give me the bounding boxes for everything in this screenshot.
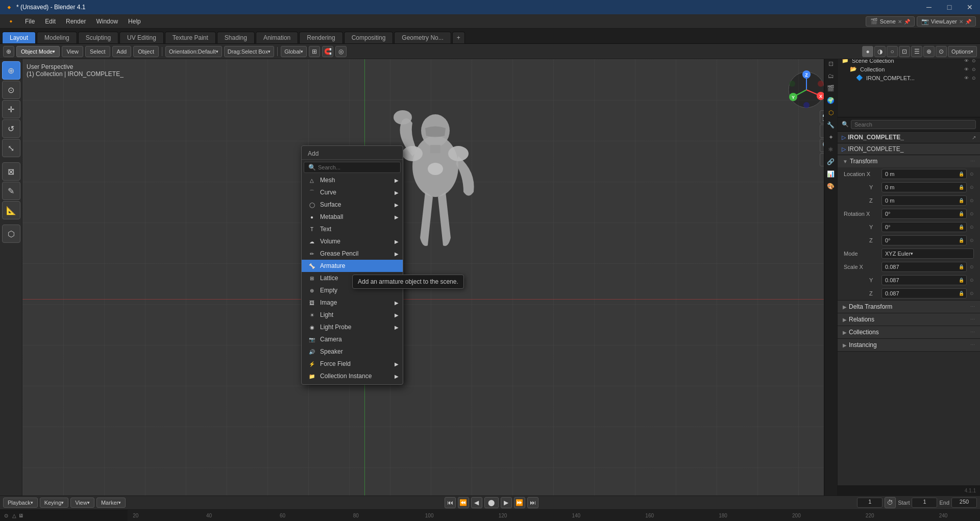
menu-item-text[interactable]: T Text <box>302 223 403 235</box>
toolbar-select-icon[interactable]: ⊕ <box>3 46 14 57</box>
scene-close[interactable]: ✕ <box>898 19 902 24</box>
menu-item-mesh[interactable]: △ Mesh ▶ <box>302 174 403 186</box>
menu-item-force-field[interactable]: ⚡ Force Field ▶ <box>302 358 403 370</box>
close-button[interactable]: ✕ <box>960 0 980 14</box>
location-z-anim[interactable]: ⊙ <box>970 198 974 203</box>
object-name-label[interactable]: IRON_COMPLETE_ <box>848 134 970 141</box>
mode-dropdown[interactable]: XYZ Euler <box>881 249 974 259</box>
pi-world[interactable]: 🌍 <box>825 95 837 106</box>
delta-transform-header[interactable]: ▶ Delta Transform ⋯ <box>838 301 980 313</box>
current-frame-field[interactable]: 1 <box>857 498 883 508</box>
xray-toggle[interactable]: ☰ <box>911 46 922 57</box>
tool-measure[interactable]: 📐 <box>2 201 20 219</box>
tab-sculpting[interactable]: Sculpting <box>78 32 118 43</box>
menu-item-collection-instance[interactable]: 📁 Collection Instance ▶ <box>302 370 403 382</box>
add-menu[interactable]: Add <box>112 46 132 57</box>
transform-header[interactable]: ▼ Transform ⋯ <box>838 155 980 167</box>
location-y-anim[interactable]: ⊙ <box>970 185 974 190</box>
pi-scene[interactable]: 🎬 <box>825 83 837 94</box>
instancing-header[interactable]: ▶ Instancing ⋯ <box>838 339 980 351</box>
proportional-icon[interactable]: ◎ <box>335 46 347 57</box>
collection-vis[interactable]: 👁 <box>964 67 969 72</box>
menu-item-image[interactable]: 🖼 Image ▶ <box>302 296 403 309</box>
location-z-lock[interactable]: 🔒 <box>959 198 964 203</box>
object-data-label[interactable]: IRON_COMPLETE_ <box>848 145 976 153</box>
overlay-toggle[interactable]: ⊡ <box>899 46 910 57</box>
menu-file[interactable]: File <box>20 16 40 27</box>
collections-options[interactable]: ⋯ <box>970 330 975 335</box>
play-reverse-btn[interactable]: ◀ <box>471 497 482 508</box>
navigation-gizmo[interactable]: Z X Y <box>786 69 827 110</box>
pi-data[interactable]: 📊 <box>825 168 837 180</box>
rotation-y-anim[interactable]: ⊙ <box>970 225 974 230</box>
tab-compositing[interactable]: Compositing <box>344 32 394 43</box>
tool-cursor[interactable]: ⊙ <box>2 81 20 99</box>
menu-item-metaball[interactable]: ● Metaball ▶ <box>302 211 403 223</box>
transform-icon[interactable]: ⊞ <box>309 46 320 57</box>
scale-z-lock[interactable]: 🔒 <box>959 291 964 296</box>
menu-item-light[interactable]: ☀ Light ▶ <box>302 309 403 321</box>
show-gizmo[interactable]: ⊙ <box>936 46 947 57</box>
pi-physics[interactable]: ⚛ <box>825 144 837 155</box>
scale-x-lock[interactable]: 🔒 <box>959 264 964 269</box>
timeline-ruler[interactable]: 1 1 20 40 60 80 100 120 140 160 180 200 … <box>0 510 980 521</box>
vl-pin[interactable]: 📌 <box>965 19 971 24</box>
scale-y-lock[interactable]: 🔒 <box>959 278 964 283</box>
location-x-field[interactable]: 0 m 🔒 <box>881 169 967 179</box>
relations-header[interactable]: ▶ Relations ⋯ <box>838 313 980 326</box>
obj-expand-icon[interactable]: ↗ <box>972 135 976 140</box>
prev-frame-btn[interactable]: ⏪ <box>458 497 469 508</box>
pi-object[interactable]: ⬡ <box>825 107 837 118</box>
pi-particles[interactable]: ✦ <box>825 132 837 143</box>
keying-dropdown[interactable]: Keying <box>40 498 69 508</box>
blender-icon-menu[interactable]: 🔸 <box>2 16 20 27</box>
marker-dropdown[interactable]: Marker <box>96 498 126 508</box>
rotation-x-lock[interactable]: 🔒 <box>959 211 964 216</box>
iron-sel[interactable]: ⊙ <box>972 76 976 81</box>
tool-rotate[interactable]: ↺ <box>2 119 20 138</box>
scale-x-anim[interactable]: ⊙ <box>970 264 974 269</box>
tool-move[interactable]: ✛ <box>2 100 20 118</box>
relations-options[interactable]: ⋯ <box>970 317 975 322</box>
timeline-view-dropdown[interactable]: View <box>70 498 94 508</box>
menu-search-container[interactable]: 🔍 <box>304 162 401 173</box>
rotation-z-lock[interactable]: 🔒 <box>959 238 964 243</box>
transform-options[interactable]: ⋯ <box>970 159 975 164</box>
menu-item-volume[interactable]: ☁ Volume ▶ <box>302 235 403 247</box>
options-dropdown[interactable]: Options <box>948 46 977 57</box>
rotation-y-lock[interactable]: 🔒 <box>959 225 964 230</box>
properties-search[interactable] <box>851 120 976 129</box>
view-menu[interactable]: View <box>62 46 83 57</box>
tool-select[interactable]: ⊕ <box>2 61 20 80</box>
menu-item-surface[interactable]: ◯ Surface ▶ <box>302 199 403 211</box>
tab-texture-paint[interactable]: Texture Paint <box>165 32 216 43</box>
tool-scale[interactable]: ⤡ <box>2 139 20 157</box>
menu-item-camera[interactable]: 📷 Camera <box>302 333 403 345</box>
scene-selector[interactable]: 🎬 Scene ✕ 📌 <box>866 16 915 27</box>
rotation-y-field[interactable]: 0° 🔒 <box>881 222 967 232</box>
scale-z-anim[interactable]: ⊙ <box>970 291 974 296</box>
start-frame-field[interactable]: 1 <box>912 498 937 508</box>
next-frame-btn[interactable]: ⏩ <box>514 497 525 508</box>
location-y-lock[interactable]: 🔒 <box>959 185 964 190</box>
tab-uv-editing[interactable]: UV Editing <box>119 32 164 43</box>
play-btn[interactable]: ▶ <box>501 497 512 508</box>
jump-end-btn[interactable]: ⏭ <box>527 497 538 508</box>
scale-y-anim[interactable]: ⊙ <box>970 278 974 283</box>
rotation-z-field[interactable]: 0° 🔒 <box>881 235 967 245</box>
tab-modeling[interactable]: Modeling <box>37 32 77 43</box>
instancing-options[interactable]: ⋯ <box>970 342 975 348</box>
viewport-shading-material[interactable]: ◑ <box>874 46 886 57</box>
outliner-item-iron-complete[interactable]: 🔷 IRON_COMPLET... 👁 ⊙ <box>838 73 980 82</box>
pi-material[interactable]: 🎨 <box>825 181 837 192</box>
menu-search-input[interactable] <box>318 164 396 170</box>
viewport-shading-rendered[interactable]: ○ <box>887 46 898 57</box>
tab-layout[interactable]: Layout <box>2 32 36 43</box>
pi-view-layer[interactable]: 🗂 <box>825 70 837 82</box>
orientation-dropdown[interactable]: Orientation: Default <box>165 46 222 57</box>
rotation-z-anim[interactable]: ⊙ <box>970 238 974 243</box>
pi-modifier[interactable]: 🔧 <box>825 119 837 131</box>
scale-z-field[interactable]: 0.087 🔒 <box>881 288 967 299</box>
tab-animation[interactable]: Animation <box>256 32 298 43</box>
scale-x-field[interactable]: 0.087 🔒 <box>881 262 967 272</box>
